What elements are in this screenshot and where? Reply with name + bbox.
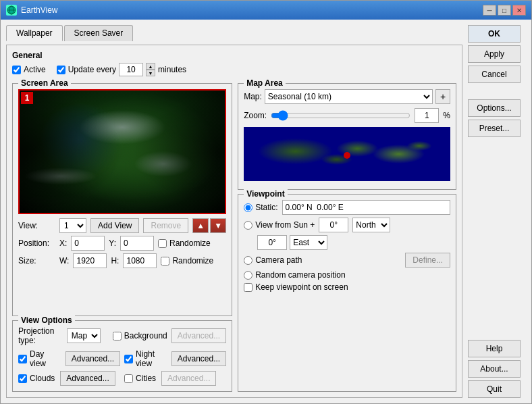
randomize2-label[interactable]: Randomize <box>161 256 213 266</box>
two-col-layout: Screen Area 1 <box>12 83 456 392</box>
view-label: View: <box>18 221 55 230</box>
keep-viewpoint-label[interactable]: Keep viewpoint on screen <box>244 282 348 292</box>
view-select[interactable]: 1 <box>59 218 86 233</box>
x-input[interactable] <box>71 236 105 251</box>
update-checkbox[interactable] <box>57 66 65 74</box>
sun-dir2-select[interactable]: East West <box>290 235 327 250</box>
day-view-advanced-button[interactable]: Advanced... <box>65 351 120 366</box>
position-label: Position: <box>18 238 55 248</box>
general-section: General Active Update every <box>12 51 456 79</box>
camera-path-label[interactable]: Camera path <box>244 255 302 265</box>
add-view-button[interactable]: Add View <box>90 218 139 233</box>
projection-select[interactable]: Map <box>67 328 101 343</box>
night-view-label[interactable]: Night view <box>124 349 166 368</box>
random-camera-text: Random camera position <box>255 270 345 280</box>
map-preview <box>244 127 450 181</box>
random-camera-label[interactable]: Random camera position <box>244 270 345 280</box>
camera-path-text: Camera path <box>255 255 302 265</box>
randomize1-checkbox[interactable] <box>158 239 167 248</box>
night-view-advanced-button[interactable]: Advanced... <box>171 351 226 366</box>
app-icon <box>6 5 17 16</box>
night-view-text: Night view <box>136 349 166 368</box>
map-label: Map: <box>244 92 262 101</box>
window-title: EarthView <box>21 5 57 15</box>
close-button[interactable]: ✕ <box>512 5 526 16</box>
preset-button[interactable]: Preset... <box>468 120 521 137</box>
sun-radio-label[interactable]: View from Sun + <box>244 220 315 230</box>
view-up-button[interactable]: ▲ <box>192 218 209 233</box>
cities-checkbox[interactable] <box>124 374 133 383</box>
w-input[interactable] <box>73 253 107 268</box>
update-increment[interactable]: ▲ <box>146 63 155 70</box>
sun-radio[interactable] <box>244 221 252 230</box>
minimize-button[interactable]: ─ <box>483 5 496 16</box>
static-radio[interactable] <box>244 203 252 212</box>
keep-viewpoint-checkbox[interactable] <box>244 283 252 292</box>
sun-deg2-input[interactable] <box>257 235 287 250</box>
quit-button[interactable]: Quit <box>468 380 521 398</box>
map-area-group: Map Area Map: Seasonal (10 km) + Zoom: <box>238 83 456 190</box>
day-view-checkbox[interactable] <box>18 355 27 363</box>
camera-path-radio[interactable] <box>244 256 252 265</box>
minutes-label: minutes <box>158 65 186 74</box>
cities-advanced-button[interactable]: Advanced... <box>161 371 216 386</box>
night-view-checkbox[interactable] <box>124 355 133 363</box>
clouds-advanced-button[interactable]: Advanced... <box>60 371 115 386</box>
apply-button[interactable]: Apply <box>468 45 521 63</box>
update-decrement[interactable]: ▼ <box>146 70 155 76</box>
active-checkbox-label[interactable]: Active <box>12 65 46 74</box>
random-camera-radio[interactable] <box>244 271 252 280</box>
maximize-button[interactable]: □ <box>498 5 511 16</box>
background-checkbox[interactable] <box>113 332 122 340</box>
tab-content: General Active Update every <box>6 45 462 398</box>
view-down-button[interactable]: ▼ <box>210 218 226 233</box>
update-checkbox-label[interactable]: Update every <box>57 65 116 74</box>
randomize2-text: Randomize <box>172 256 213 266</box>
define-button[interactable]: Define... <box>405 253 450 268</box>
w-label: W: <box>59 256 69 266</box>
clouds-label[interactable]: Clouds <box>18 374 55 383</box>
day-view-label[interactable]: Day view <box>18 349 60 368</box>
help-button[interactable]: Help <box>468 340 521 357</box>
screen-area-title: Screen Area <box>18 78 71 88</box>
background-advanced-button[interactable]: Advanced... <box>171 328 226 343</box>
randomize1-label[interactable]: Randomize <box>158 238 211 248</box>
clouds-checkbox[interactable] <box>18 374 27 383</box>
cities-text: Cities <box>136 374 156 383</box>
update-value-input[interactable] <box>119 63 143 76</box>
static-radio-label[interactable]: Static: <box>244 203 277 212</box>
x-label: X: <box>59 238 67 248</box>
screen-area-group: Screen Area 1 <box>12 83 232 316</box>
map-add-button[interactable]: + <box>435 89 450 104</box>
cancel-button[interactable]: Cancel <box>468 66 521 83</box>
day-view-text: Day view <box>30 349 60 368</box>
content-area: Wallpaper Screen Saver General Active <box>1 20 531 403</box>
clouds-text: Clouds <box>30 374 55 383</box>
right-panel: OK Apply Cancel Options... Preset... Hel… <box>468 25 526 398</box>
sun-dir1-select[interactable]: North South <box>352 218 390 232</box>
viewpoint-title: Viewpoint <box>244 189 287 199</box>
static-coords-input[interactable] <box>282 200 450 215</box>
ok-button[interactable]: OK <box>468 25 521 43</box>
map-area-title: Map Area <box>244 78 286 88</box>
h-label: H: <box>111 256 119 266</box>
cities-label[interactable]: Cities <box>124 374 156 383</box>
h-input[interactable] <box>123 253 157 268</box>
options-button[interactable]: Options... <box>468 99 521 117</box>
tab-screensaver[interactable]: Screen Saver <box>64 25 134 41</box>
sun-deg1-input[interactable] <box>319 218 348 232</box>
active-checkbox[interactable] <box>12 66 21 74</box>
remove-button[interactable]: Remove <box>143 218 188 233</box>
active-label: Active <box>24 65 46 74</box>
tab-wallpaper[interactable]: Wallpaper <box>6 25 63 41</box>
background-checkbox-label[interactable]: Background <box>113 331 167 340</box>
zoom-label: Zoom: <box>244 111 267 120</box>
y-input[interactable] <box>120 236 154 251</box>
about-button[interactable]: About... <box>468 360 521 378</box>
randomize2-checkbox[interactable] <box>161 257 169 266</box>
viewpoint-group: Viewpoint Static: <box>238 194 456 392</box>
map-select[interactable]: Seasonal (10 km) <box>265 89 433 104</box>
zoom-input[interactable] <box>415 108 439 123</box>
static-label: Static: <box>255 203 277 212</box>
zoom-slider[interactable] <box>271 111 410 120</box>
